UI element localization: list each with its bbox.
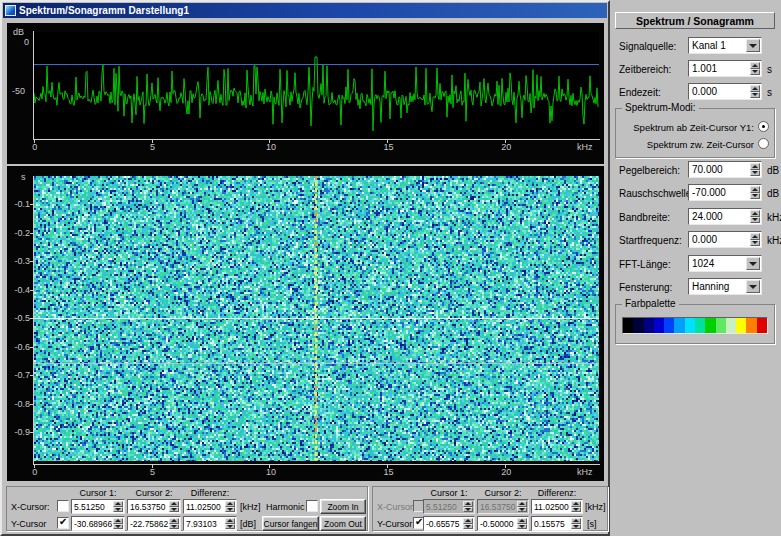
spin-up-icon[interactable] (752, 165, 758, 168)
palette-segment (726, 318, 736, 333)
spectrum-x-axis-line (33, 139, 600, 140)
spinner[interactable] (169, 501, 179, 512)
rauschschwelle-input[interactable]: -70.000 (688, 184, 762, 201)
spin-up-icon[interactable] (752, 235, 758, 238)
window-titlebar[interactable]: Spektrum/Sonagramm Darstellung1 (3, 3, 607, 18)
cursor-fangen-button[interactable]: Cursor fangen (262, 516, 319, 531)
fft-laenge-select[interactable]: 1024 (688, 255, 762, 272)
spin-up-icon[interactable] (227, 519, 233, 522)
palette-segment (757, 318, 767, 333)
spin-up-icon[interactable] (752, 64, 758, 67)
pegelbereich-value: 70.000 (692, 164, 723, 175)
y-differenz-field[interactable]: 7.93103 (183, 516, 237, 531)
spin-up-icon[interactable] (752, 87, 758, 90)
y-differenz-field[interactable]: 0.15575 (531, 516, 583, 531)
y-cursor-checkbox[interactable] (57, 517, 69, 529)
spin-up-icon[interactable] (573, 502, 579, 505)
y-tick-label: -0.6 (7, 342, 30, 352)
spin-up-icon[interactable] (115, 519, 121, 522)
rauschschwelle-unit: dB (767, 188, 779, 199)
zeitbereich-input[interactable]: 1.001 (688, 60, 762, 77)
dropdown-arrow-icon[interactable] (746, 280, 760, 293)
spinner[interactable] (571, 518, 581, 529)
y-unit-label: [dB] (240, 519, 256, 529)
spectrum-canvas[interactable] (34, 32, 599, 138)
spin-down-icon[interactable] (171, 508, 177, 511)
spin-down-icon[interactable] (171, 525, 177, 528)
spinner[interactable] (750, 62, 760, 75)
x-differenz-field[interactable]: 11.02500 (531, 499, 583, 514)
spinner[interactable] (571, 501, 581, 512)
spin-down-icon[interactable] (752, 93, 758, 96)
signalquelle-select[interactable]: Kanal 1 (688, 37, 762, 54)
spin-down-icon[interactable] (752, 241, 758, 244)
spinner[interactable] (750, 163, 760, 176)
dropdown-arrow-icon[interactable] (746, 257, 760, 270)
y-cursor1-field[interactable]: -30.68966 (71, 516, 125, 531)
zoom-out-button[interactable]: Zoom Out (320, 516, 366, 531)
spin-down-icon[interactable] (752, 70, 758, 73)
spinner[interactable] (750, 210, 760, 223)
fensterung-select[interactable]: Hanning (688, 278, 762, 295)
spin-down-icon[interactable] (752, 194, 758, 197)
zoom-in-button[interactable]: Zoom In (320, 499, 366, 514)
harmonic-checkbox[interactable] (306, 500, 318, 512)
spin-down-icon[interactable] (227, 508, 233, 511)
x-tick-label: 15 (384, 142, 394, 152)
modi-option2-radio[interactable] (758, 138, 769, 149)
spinner[interactable] (225, 518, 235, 529)
spin-up-icon[interactable] (573, 519, 579, 522)
spin-up-icon[interactable] (752, 212, 758, 215)
spinner[interactable] (517, 518, 527, 529)
spin-down-icon[interactable] (227, 525, 233, 528)
spin-up-icon[interactable] (465, 519, 471, 522)
spin-down-icon[interactable] (573, 508, 579, 511)
palette-segment (664, 318, 674, 333)
y-cursor2-field[interactable]: -22.75862 (127, 516, 181, 531)
spinner[interactable] (750, 186, 760, 199)
differenz-header: Differenz: (183, 488, 237, 498)
spinner[interactable] (463, 518, 473, 529)
spin-up-icon[interactable] (171, 519, 177, 522)
spin-down-icon[interactable] (573, 525, 579, 528)
spin-up-icon[interactable] (115, 502, 121, 505)
spin-up-icon[interactable] (752, 188, 758, 191)
spin-down-icon[interactable] (465, 525, 471, 528)
x-cursor1-field[interactable]: 5.51250 (71, 499, 125, 514)
y-cursor2-value: -0.50000 (480, 519, 514, 529)
spinner[interactable] (113, 501, 123, 512)
y-cursor2-field[interactable]: -0.50000 (477, 516, 529, 531)
dropdown-arrow-icon[interactable] (746, 39, 760, 52)
spin-up-icon[interactable] (171, 502, 177, 505)
cursor2-header: Cursor 2: (477, 488, 529, 498)
spin-up-icon[interactable] (227, 502, 233, 505)
y-cursor-label: Y-Cursor (11, 519, 46, 529)
spin-down-icon[interactable] (115, 525, 121, 528)
pegelbereich-input[interactable]: 70.000 (688, 161, 762, 178)
spinner[interactable] (113, 518, 123, 529)
spin-up-icon (519, 502, 525, 505)
bandbreite-input[interactable]: 24.000 (688, 208, 762, 225)
x-tick-mark (152, 465, 153, 468)
modi-option1-radio[interactable] (758, 121, 769, 132)
endezeit-input[interactable]: 0.000 (688, 83, 762, 100)
x-differenz-field[interactable]: 11.02500 (183, 499, 237, 514)
spinner[interactable] (225, 501, 235, 512)
spin-up-icon[interactable] (519, 519, 525, 522)
palette-segment (695, 318, 705, 333)
spin-down-icon[interactable] (519, 525, 525, 528)
spin-down-icon[interactable] (115, 508, 121, 511)
x-cursor2-field: 16.53750 (477, 499, 529, 514)
startfrequenz-input[interactable]: 0.000 (688, 231, 762, 248)
y-tick-mark (30, 404, 33, 405)
spin-down-icon[interactable] (752, 218, 758, 221)
x-cursor-label: X-Cursor: (11, 502, 50, 512)
spinner[interactable] (169, 518, 179, 529)
x-cursor2-field[interactable]: 16.53750 (127, 499, 181, 514)
sonogram-canvas[interactable] (34, 176, 599, 461)
x-cursor-checkbox[interactable] (57, 500, 69, 512)
y-cursor1-field[interactable]: -0.65575 (423, 516, 475, 531)
spinner[interactable] (750, 85, 760, 98)
spinner[interactable] (750, 233, 760, 246)
spin-down-icon[interactable] (752, 171, 758, 174)
